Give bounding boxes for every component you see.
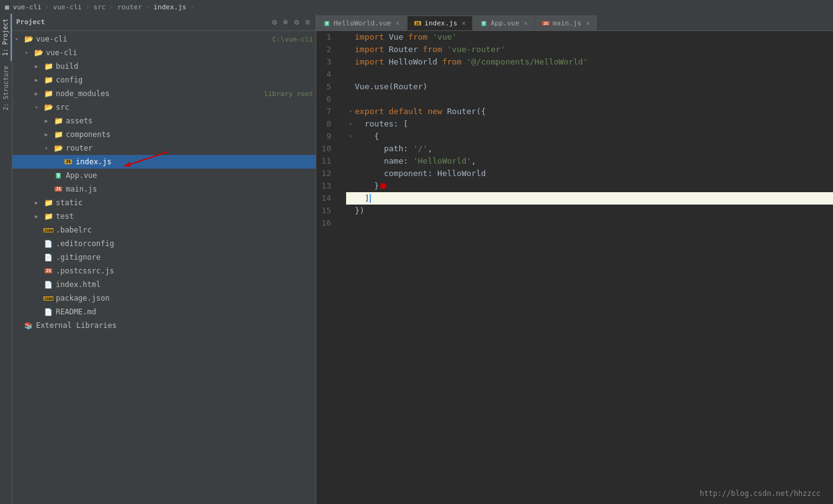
tree-item-package.json[interactable]: JSONpackage.json <box>12 291 316 305</box>
code-line-2: import Router from 'vue-router' <box>346 43 833 56</box>
toolbar-icon-menu[interactable]: ≡ <box>303 16 312 28</box>
tab-icon-App.vue: V <box>480 20 488 27</box>
tab-index.js[interactable]: JSindex.js× <box>407 15 473 30</box>
tree-item-node_modules[interactable]: ▶📁node_moduleslibrary root <box>12 87 316 100</box>
tree-secondary-node_modules: library root <box>264 90 313 98</box>
token: '/' <box>413 143 427 155</box>
line-number-4: 4 <box>316 68 336 81</box>
token: from <box>442 56 461 68</box>
tab-HelloWorld.vue[interactable]: VHelloWorld.vue× <box>316 15 406 30</box>
tree-item-.babelrc[interactable]: JSON.babelrc <box>12 223 316 237</box>
line-number-9: 9 <box>316 130 336 143</box>
tree-arrow-assets: ▶ <box>45 118 53 124</box>
breadcrumb-src[interactable]: src <box>94 3 106 11</box>
code-content[interactable]: import Vue from 'vue'import Router from … <box>341 31 833 504</box>
tree-item-test[interactable]: ▶📁test <box>12 210 316 223</box>
tree-item-build[interactable]: ▶📁build <box>12 60 316 73</box>
line-number-2: 2 <box>316 43 336 56</box>
tree-arrow-vue-cli-folder: ▾ <box>25 50 33 56</box>
editor-area: VHelloWorld.vue×JSindex.js×VApp.vue×JSma… <box>316 14 833 504</box>
app-title: vue-cli <box>13 3 42 11</box>
tree-secondary-vue-cli-root: C:\vue-cli <box>272 35 313 43</box>
line-numbers: 12345678910111213141516 <box>316 31 341 504</box>
tree-icon-folder: 📁 <box>43 198 53 208</box>
tree-item-index.html[interactable]: 📄index.html <box>12 278 316 291</box>
tab-close-index.js[interactable]: × <box>461 19 466 27</box>
tree-item-components[interactable]: ▶📁components <box>12 128 316 141</box>
tree-icon-folder: 📂 <box>53 143 63 153</box>
token <box>384 105 389 118</box>
tree-item-vue-cli-root[interactable]: ▾📂vue-cliC:\vue-cli <box>12 32 316 46</box>
toolbar-icon-settings[interactable]: ⚙ <box>270 16 279 28</box>
cursor <box>370 194 371 203</box>
tree-item-index.js[interactable]: JSindex.js <box>12 155 316 169</box>
tab-close-HelloWorld.vue[interactable]: × <box>396 19 400 27</box>
tree-item-assets[interactable]: ▶📁assets <box>12 114 316 128</box>
breadcrumb-vue-cli[interactable]: vue-cli <box>53 3 82 11</box>
tree-item-static[interactable]: ▶📁static <box>12 196 316 210</box>
tab-main.js[interactable]: JSmain.js× <box>535 15 597 30</box>
tree-label-build: build <box>56 62 313 71</box>
code-line-5: Vue.use(Router) <box>346 81 833 93</box>
token: HelloWorld <box>384 56 442 68</box>
tree-item-.editorconfig[interactable]: 📄.editorconfig <box>12 237 316 250</box>
tree-icon-project: 📂 <box>24 34 33 44</box>
tab-close-main.js[interactable]: × <box>586 19 590 27</box>
line-number-15: 15 <box>316 205 336 217</box>
tree-icon-ext: 📚 <box>24 321 33 330</box>
token: new <box>427 105 442 118</box>
tree-item-.postcssrc.js[interactable]: JS.postcssrc.js <box>12 264 316 278</box>
tree-item-external-libs[interactable]: 📚External Libraries <box>12 319 316 332</box>
token <box>461 56 466 68</box>
tree-item-src[interactable]: ▾📂src <box>12 100 316 114</box>
token: } <box>355 180 379 192</box>
code-editor[interactable]: 12345678910111213141516 import Vue from … <box>316 31 833 504</box>
tree-arrow-test: ▶ <box>35 213 43 219</box>
tree-label-src: src <box>56 103 313 112</box>
tree-label-main.js: main.js <box>66 185 313 193</box>
structure-panel-tab[interactable]: 2: Structure <box>1 61 11 115</box>
tab-label-App.vue: App.vue <box>491 19 519 27</box>
code-line-7: ▾export default new Router({ <box>346 105 833 118</box>
line-number-6: 6 <box>316 93 336 105</box>
token: { <box>355 130 379 143</box>
tree-label-vue-cli-folder: vue-cli <box>46 48 313 57</box>
tree-item-router[interactable]: ▾📂router <box>12 141 316 155</box>
breadcrumb-index-js[interactable]: index.js <box>153 3 186 11</box>
tab-icon-main.js: JS <box>542 20 550 27</box>
toolbar-icon-config[interactable]: ⚙ <box>292 16 301 28</box>
breadcrumb-sep-4: › <box>146 3 150 11</box>
code-line-11: name: 'HelloWorld', <box>346 155 833 167</box>
tree-icon-js-main: JS <box>53 184 63 194</box>
tree-label-static: static <box>56 198 313 207</box>
tree-item-vue-cli-folder[interactable]: ▾📂vue-cli <box>12 46 316 60</box>
tree-label-config: config <box>56 76 313 84</box>
tree-label-index.html: index.html <box>56 280 313 289</box>
tree-item-README.md[interactable]: 📄README.md <box>12 305 316 319</box>
code-line-16 <box>346 217 833 229</box>
token: , <box>427 143 432 155</box>
line-number-7: 7 <box>316 105 336 118</box>
tree-label-router: router <box>66 144 313 153</box>
project-panel-title: Project <box>16 18 268 26</box>
tree-item-config[interactable]: ▶📁config <box>12 73 316 87</box>
breadcrumb-router[interactable]: router <box>117 3 142 11</box>
project-tree: ▾📂vue-cliC:\vue-cli▾📂vue-cli▶📁build▶📁con… <box>12 31 316 504</box>
token: 'vue-router' <box>447 43 506 56</box>
tree-item-main.js[interactable]: JSmain.js <box>12 182 316 196</box>
token: import <box>355 43 384 56</box>
tree-label-.gitignore: .gitignore <box>56 253 313 262</box>
project-panel-tab[interactable]: 1: Project <box>0 14 12 61</box>
toolbar-icon-add[interactable]: ⊕ <box>282 16 290 28</box>
tab-App.vue[interactable]: VApp.vue× <box>473 15 535 30</box>
line-number-10: 10 <box>316 143 336 155</box>
tree-item-App.vue[interactable]: VApp.vue <box>12 169 316 182</box>
line-number-8: 8 <box>316 118 336 130</box>
tree-icon-js: JS <box>63 157 73 167</box>
tab-close-App.vue[interactable]: × <box>523 19 528 27</box>
tree-item-.gitignore[interactable]: 📄.gitignore <box>12 250 316 264</box>
token: component: HelloWorld <box>355 167 486 180</box>
tab-bar: VHelloWorld.vue×JSindex.js×VApp.vue×JSma… <box>316 14 833 31</box>
tree-label-test: test <box>56 212 313 221</box>
token: export <box>355 105 384 118</box>
